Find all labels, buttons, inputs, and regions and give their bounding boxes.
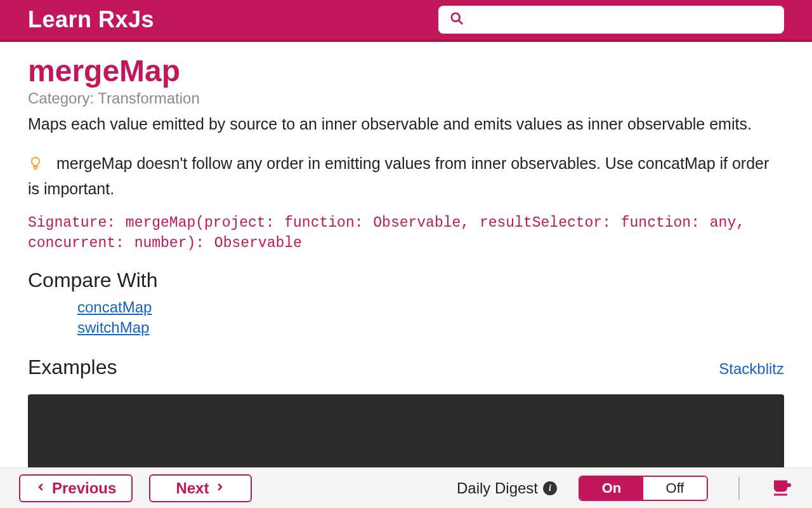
description-text: Maps each value emitted by source to an … <box>28 112 784 135</box>
next-button[interactable]: Next <box>149 474 252 502</box>
brand-title: Learn RxJs <box>28 6 154 33</box>
compare-link-concatmap[interactable]: concatMap <box>77 298 152 316</box>
search-container <box>438 6 784 34</box>
main-content: mergeMap Category: Transformation Maps e… <box>0 42 812 467</box>
list-item: switchMap <box>77 319 784 337</box>
category-label: Category: Transformation <box>28 90 784 107</box>
stackblitz-link[interactable]: Stackblitz <box>719 360 784 378</box>
signature-text: Signature: mergeMap(project: function: O… <box>28 213 784 253</box>
tip-callout: mergeMap doesn't follow any order in emi… <box>28 152 784 200</box>
lightbulb-icon <box>28 156 48 174</box>
toggle-on[interactable]: On <box>580 477 643 500</box>
previous-label: Previous <box>52 479 116 497</box>
examples-header-row: Examples Stackblitz <box>28 356 784 385</box>
svg-line-1 <box>459 20 462 23</box>
footer-bar: Previous Next Daily Digest i On Off <box>0 467 812 508</box>
tip-text: mergeMap doesn't follow any order in emi… <box>28 154 769 197</box>
search-input[interactable] <box>438 6 784 34</box>
examples-heading: Examples <box>28 356 117 379</box>
list-item: concatMap <box>77 298 784 316</box>
page-title: mergeMap <box>28 53 784 88</box>
digest-toggle[interactable]: On Off <box>579 476 708 501</box>
compare-heading: Compare With <box>28 269 784 292</box>
vertical-separator <box>738 477 740 500</box>
digest-text: Daily Digest <box>457 479 538 497</box>
coffee-icon[interactable] <box>770 476 793 501</box>
compare-link-switchmap[interactable]: switchMap <box>77 319 149 336</box>
header-bar: Learn RxJs <box>0 0 812 42</box>
chevron-left-icon <box>36 479 46 497</box>
next-label: Next <box>176 479 209 497</box>
toggle-off[interactable]: Off <box>643 477 707 500</box>
previous-button[interactable]: Previous <box>19 474 133 502</box>
compare-list: concatMap switchMap <box>28 298 784 337</box>
info-icon[interactable]: i <box>543 481 557 495</box>
search-icon <box>450 11 464 28</box>
code-block <box>28 394 784 467</box>
chevron-right-icon <box>215 479 225 497</box>
daily-digest-label: Daily Digest i <box>457 479 557 497</box>
